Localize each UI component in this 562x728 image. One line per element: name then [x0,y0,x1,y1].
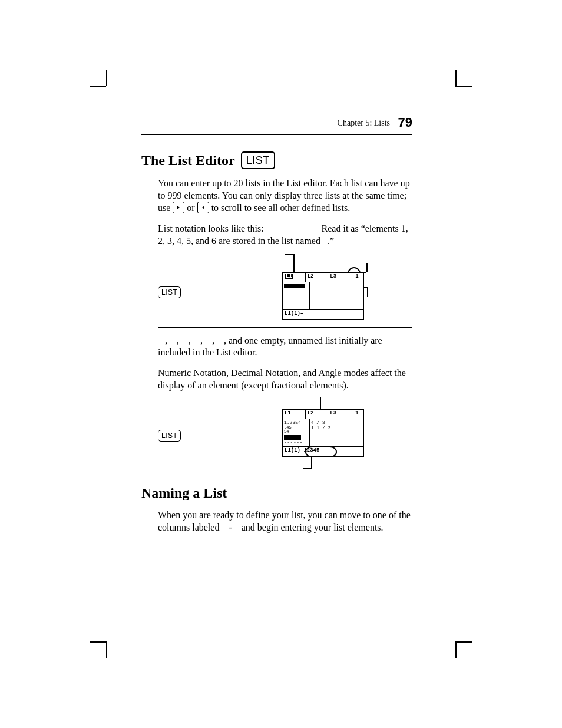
paragraph: , , , , , , and one empty, unnamed list … [158,335,412,360]
paragraph: Numeric Notation, Decimal Notation, and … [158,367,412,392]
paragraph: When you are ready to define your list, … [158,509,412,534]
header-rule [141,134,412,135]
svg-marker-1 [202,206,204,209]
section-title-naming: Naming a List [141,485,412,501]
chapter-label: Chapter 5: Lists [338,118,390,127]
paragraph: You can enter up to 20 lists in the List… [158,177,412,215]
section-title-list-editor: The List Editor LIST [141,151,412,169]
list-key-icon: LIST [158,286,181,298]
page-number: 79 [398,115,412,130]
section-title-text: Naming a List [141,485,227,501]
list-key-icon: LIST [158,430,181,442]
calculator-screenshot: L1 L2 L3 1 1.23E4 .4554 ------ [276,400,370,471]
calculator-screenshot: L1 L2 L3 1 ------ ------ ------ L1(1)= [276,263,370,321]
list-key-icon: LIST [241,151,275,169]
right-arrow-key-icon [173,202,184,213]
running-header: Chapter 5: Lists 79 [141,115,412,134]
calc-footer: L1(1)= [283,309,363,319]
figure-row: LIST L1 L2 L3 1 1.23E [158,400,412,471]
callout-oval-icon [305,446,337,457]
left-arrow-key-icon [197,202,209,213]
divider [158,256,412,256]
divider [158,327,412,328]
paragraph: List notation looks like this: Read it a… [158,223,412,248]
section-title-text: The List Editor [141,153,235,169]
svg-marker-0 [177,206,180,209]
figure-row: LIST L1 L2 L3 1 [158,263,412,321]
